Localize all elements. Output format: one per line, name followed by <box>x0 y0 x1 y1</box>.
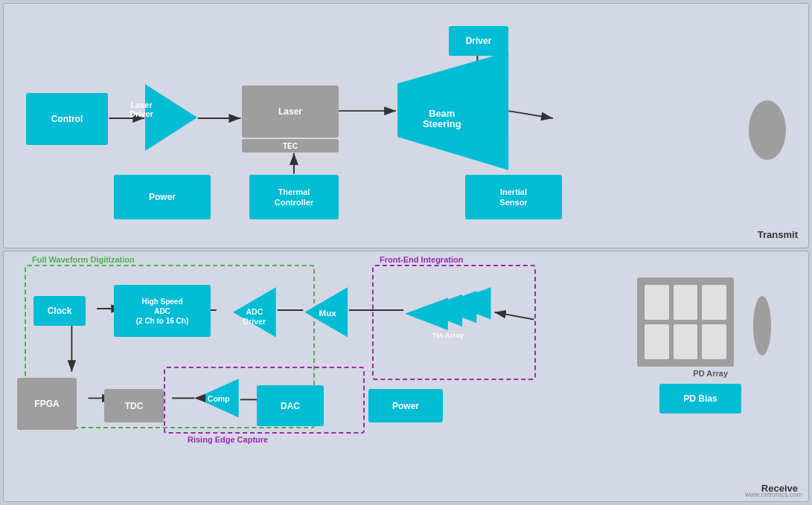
clock-block: Clock <box>33 296 86 326</box>
svg-text:Beam: Beam <box>429 108 455 119</box>
control-block: Control <box>26 93 108 145</box>
inertial-sensor-block: Inertial Sensor <box>465 175 562 219</box>
thermal-controller-block: Thermal Controller <box>249 175 339 219</box>
pd-cell-2 <box>674 285 698 320</box>
svg-text:Mux: Mux <box>319 309 337 318</box>
front-end-label: Front-End Integration <box>380 255 463 264</box>
main-container: Transmit Beam Steering <box>0 0 812 505</box>
full-waveform-label: Full Waveform Digitization <box>32 255 135 264</box>
laser-driver-block: LaserDriver <box>145 84 197 151</box>
pd-cell-6 <box>702 324 726 359</box>
svg-text:Steering: Steering <box>423 118 461 129</box>
svg-marker-5 <box>397 52 508 170</box>
adc-block: High Speed ADC (2 Ch to 16 Ch) <box>114 285 211 337</box>
pd-array-label: PD Array <box>693 369 728 378</box>
svg-line-8 <box>508 111 553 118</box>
front-end-box: Front-End Integration <box>372 265 536 380</box>
transmit-power-block: Power <box>114 175 211 219</box>
dac-block: DAC <box>257 385 324 426</box>
pd-bias-block: PD Bias <box>659 384 741 414</box>
tec-block: TEC <box>242 139 339 152</box>
pd-cell-4 <box>645 324 669 359</box>
receive-power-block: Power <box>368 389 443 422</box>
driver-block: Driver <box>449 26 508 56</box>
pd-cell-3 <box>702 285 726 320</box>
transmit-panel: Transmit Beam Steering <box>3 3 809 248</box>
fpga-block: FPGA <box>17 378 77 430</box>
pd-array-block <box>637 277 734 367</box>
receive-panel: Receive Full Waveform Digitization Front… <box>3 251 809 502</box>
rising-edge-label: Rising Edge Capture <box>188 435 268 444</box>
watermark: www.cntronics.com <box>745 491 802 498</box>
pd-cell-5 <box>674 324 698 359</box>
tdc-block: TDC <box>104 389 164 422</box>
pd-cell-1 <box>645 285 669 320</box>
laser-block: Laser <box>242 86 339 138</box>
transmit-ellipse <box>749 100 786 160</box>
receive-ellipse <box>753 296 771 356</box>
transmit-label: Transmit <box>758 229 798 240</box>
